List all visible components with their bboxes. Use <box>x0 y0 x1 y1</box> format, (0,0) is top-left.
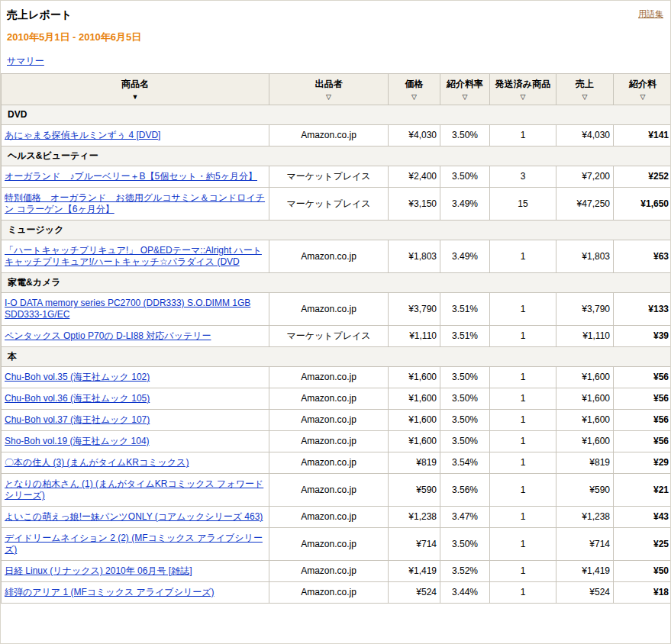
cell-revenue: ¥1,419 <box>556 561 614 582</box>
glossary-link[interactable]: 用語集 <box>638 8 663 20</box>
cell-product: デイドリームネイション 2 (2) (MFコミックス アライブシリーズ) <box>2 528 269 561</box>
cell-fee: ¥39 <box>614 326 671 347</box>
column-header-referral-rate[interactable]: 紹介料率 ▽ <box>440 74 490 105</box>
cell-price: ¥1,600 <box>389 431 440 452</box>
table-row: 日経 Linux (リナックス) 2010年 06月号 [雑誌]Amazon.c… <box>2 561 671 582</box>
cell-rate: 3.50% <box>440 388 490 410</box>
cell-revenue: ¥1,600 <box>556 410 614 431</box>
cell-fee: ¥63 <box>614 240 671 273</box>
cell-shipped: 15 <box>490 188 556 221</box>
page-title: 売上レポート <box>7 8 664 21</box>
sales-table-body: DVDあにゃまる探偵キルミンずぅ 4 [DVD]Amazon.co.jp¥4,0… <box>2 105 671 604</box>
table-row: Chu-Boh vol.36 (海王社ムック 105)Amazon.co.jp¥… <box>2 388 671 410</box>
table-row: 特別価格 オーガランド お徳用グルコサミン＆コンドロイチン コラーゲン【6ヶ月分… <box>2 188 671 221</box>
product-link[interactable]: Chu-Boh vol.37 (海王社ムック 107) <box>5 414 150 425</box>
column-header-shipped-items[interactable]: 発送済み商品 ▽ <box>490 74 556 105</box>
cell-seller: マーケットプレイス <box>269 326 389 347</box>
sort-descending-icon[interactable]: ▼ <box>3 92 267 101</box>
cell-price: ¥2,400 <box>389 166 440 188</box>
cell-shipped: 1 <box>490 240 556 273</box>
cell-price: ¥1,238 <box>389 507 440 528</box>
product-link[interactable]: デイドリームネイション 2 (2) (MFコミックス アライブシリーズ) <box>5 533 263 555</box>
product-link[interactable]: あにゃまる探偵キルミンずぅ 4 [DVD] <box>5 130 160 140</box>
sort-icon[interactable]: ▽ <box>615 92 670 101</box>
column-header-revenue[interactable]: 売上 ▽ <box>556 74 614 105</box>
column-header-price[interactable]: 価格 ▽ <box>389 74 440 105</box>
cell-product: オーガランド ♪ブルーベリー＋B【5個セット・約5ヶ月分】 <box>2 166 269 188</box>
cell-seller: Amazon.co.jp <box>269 388 389 410</box>
cell-seller: Amazon.co.jp <box>269 240 389 273</box>
category-label: 家電&カメラ <box>2 273 671 293</box>
sales-table: 商品名 ▼ 出品者 ▽ 価格 ▽ 紹介料率 ▽ 発送済み商品 ▽ <box>1 73 671 604</box>
table-row: I-O DATA memory series PC2700 (DDR333) S… <box>2 293 671 326</box>
cell-rate: 3.44% <box>440 582 490 604</box>
column-label: 紹介料 <box>629 79 656 89</box>
category-row: ヘルス&ビューティー <box>2 147 671 166</box>
table-row: 〇本の住人 (3) (まんがタイムKRコミックス)Amazon.co.jp¥81… <box>2 452 671 474</box>
cell-rate: 3.54% <box>440 452 490 474</box>
cell-rate: 3.49% <box>440 188 490 221</box>
column-label: 売上 <box>576 79 594 89</box>
cell-revenue: ¥819 <box>556 452 614 474</box>
sort-icon[interactable]: ▽ <box>492 92 554 101</box>
product-link[interactable]: Chu-Boh vol.36 (海王社ムック 105) <box>5 393 150 404</box>
cell-product: I-O DATA memory series PC2700 (DDR333) S… <box>2 293 269 326</box>
cell-revenue: ¥7,200 <box>556 166 614 188</box>
product-link[interactable]: 日経 Linux (リナックス) 2010年 06月号 [雑誌] <box>5 565 192 576</box>
cell-product: 〇本の住人 (3) (まんがタイムKRコミックス) <box>2 452 269 474</box>
date-range: 2010年5月1日 - 2010年6月5日 <box>7 31 664 43</box>
table-row: Sho-Boh vol.19 (海王社ムック 104)Amazon.co.jp¥… <box>2 431 671 452</box>
category-row: ミュージック <box>2 221 671 240</box>
cell-rate: 3.50% <box>440 410 490 431</box>
cell-revenue: ¥590 <box>556 474 614 507</box>
summary-link[interactable]: サマリー <box>7 56 44 66</box>
product-link[interactable]: オーガランド ♪ブルーベリー＋B【5個セット・約5ヶ月分】 <box>5 171 257 182</box>
product-link[interactable]: 〇本の住人 (3) (まんがタイムKRコミックス) <box>5 457 189 468</box>
cell-fee: ¥56 <box>614 388 671 410</box>
cell-seller: マーケットプレイス <box>269 166 389 188</box>
table-header-row: 商品名 ▼ 出品者 ▽ 価格 ▽ 紹介料率 ▽ 発送済み商品 ▽ <box>2 74 671 105</box>
column-header-seller[interactable]: 出品者 ▽ <box>269 74 389 105</box>
cell-shipped: 3 <box>490 166 556 188</box>
cell-price: ¥3,150 <box>389 188 440 221</box>
product-link[interactable]: I-O DATA memory series PC2700 (DDR333) S… <box>5 298 250 320</box>
product-link[interactable]: ペンタックス Optio P70の D-LI88 対応バッテリー <box>5 330 211 341</box>
cell-product: となりの柏木さん (1) (まんがタイムKRコミックス フォワードシリーズ) <box>2 474 269 507</box>
cell-fee: ¥56 <box>614 367 671 388</box>
cell-price: ¥1,600 <box>389 388 440 410</box>
page-header: 売上レポート 用語集 2010年5月1日 - 2010年6月5日 サマリー <box>1 1 670 67</box>
product-link[interactable]: 「ハートキャッチプリキュア!」 OP&EDテーマ::Alright ハートキャッ… <box>5 245 262 267</box>
sort-icon[interactable]: ▽ <box>390 92 438 101</box>
category-label: ミュージック <box>2 221 671 240</box>
column-header-referral-fee[interactable]: 紹介料 ▽ <box>614 74 671 105</box>
cell-price: ¥4,030 <box>389 125 440 147</box>
product-link[interactable]: Sho-Boh vol.19 (海王社ムック 104) <box>5 436 150 446</box>
cell-product: Chu-Boh vol.35 (海王社ムック 102) <box>2 367 269 388</box>
cell-revenue: ¥1,803 <box>556 240 614 273</box>
cell-rate: 3.50% <box>440 166 490 188</box>
cell-fee: ¥43 <box>614 507 671 528</box>
cell-seller: Amazon.co.jp <box>269 561 389 582</box>
sort-icon[interactable]: ▽ <box>558 92 611 101</box>
column-header-product-name[interactable]: 商品名 ▼ <box>2 74 269 105</box>
cell-shipped: 1 <box>490 528 556 561</box>
product-link[interactable]: となりの柏木さん (1) (まんがタイムKRコミックス フォワードシリーズ) <box>5 478 263 501</box>
product-link[interactable]: Chu-Boh vol.35 (海王社ムック 102) <box>5 372 150 382</box>
cell-shipped: 1 <box>490 293 556 326</box>
category-label: DVD <box>2 105 671 125</box>
sort-icon[interactable]: ▽ <box>442 92 488 101</box>
cell-fee: ¥25 <box>614 528 671 561</box>
cell-product: Sho-Boh vol.19 (海王社ムック 104) <box>2 431 269 452</box>
cell-shipped: 1 <box>490 474 556 507</box>
column-label: 発送済み商品 <box>495 79 550 89</box>
cell-product: 日経 Linux (リナックス) 2010年 06月号 [雑誌] <box>2 561 269 582</box>
cell-revenue: ¥524 <box>556 582 614 604</box>
table-row: となりの柏木さん (1) (まんがタイムKRコミックス フォワードシリーズ)Am… <box>2 474 671 507</box>
cell-product: あにゃまる探偵キルミンずぅ 4 [DVD] <box>2 125 269 147</box>
cell-seller: Amazon.co.jp <box>269 410 389 431</box>
cell-shipped: 1 <box>490 561 556 582</box>
sort-icon[interactable]: ▽ <box>271 92 386 101</box>
product-link[interactable]: よいこの萌えっ娘!ー妹パンツONLY (コアムックシリーズ 463) <box>5 511 263 522</box>
product-link[interactable]: 特別価格 オーガランド お徳用グルコサミン＆コンドロイチン コラーゲン【6ヶ月分… <box>5 192 265 214</box>
product-link[interactable]: 緋弾のアリア 1 (MFコミックス アライブシリーズ) <box>5 587 215 597</box>
